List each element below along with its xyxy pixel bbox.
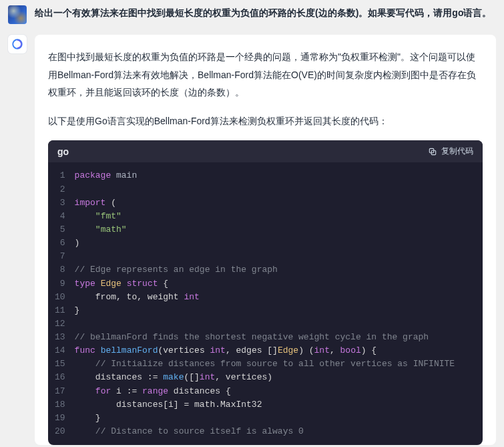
line-number: 18: [55, 398, 65, 412]
copy-code-button[interactable]: 复制代码: [428, 146, 473, 157]
code-line: distances := make([]int, vertices): [75, 371, 455, 384]
line-number: 12: [55, 317, 65, 331]
user-text-suffix: 语言。: [463, 7, 491, 18]
code-line: for i := range distances {: [75, 385, 455, 398]
line-number: 4: [55, 210, 65, 223]
code-language-label: go: [57, 146, 69, 157]
code-block: go 复制代码 1234567891011121314151617181920 …: [48, 140, 483, 445]
code-line: func bellmanFord(vertices int, edges []E…: [75, 344, 455, 357]
line-number: 6: [55, 237, 65, 250]
code-line: // Initialize distances from source to a…: [75, 357, 455, 371]
code-line: // Edge represents an edge in the graph: [75, 263, 455, 277]
assistant-paragraph-2: 以下是使用Go语言实现的Bellman-Ford算法来检测负权重环并返回其长度的…: [48, 112, 483, 130]
line-number: 3: [55, 196, 65, 210]
code-lines: package main import ( "fmt" "math") // E…: [75, 169, 455, 438]
code-body[interactable]: 1234567891011121314151617181920 package …: [48, 162, 483, 445]
user-text-prefix: 给出一个有效算法来在图中找到最短长度的权重为负值的环路的长度(边的条数)。如果要…: [35, 7, 452, 18]
code-line: distances[i] = math.MaxInt32: [75, 398, 455, 412]
line-number: 1: [55, 169, 65, 182]
assistant-paragraph-1: 在图中找到最短长度的权重为负值的环路是一个经典的问题，通常称为"负权重环检测"。…: [48, 48, 483, 102]
code-line: package main: [75, 169, 455, 182]
code-line: from, to, weight int: [75, 291, 455, 304]
user-message: 给出一个有效算法来在图中找到最短长度的权重为负值的环路的长度(边的条数)。如果要…: [35, 5, 491, 21]
line-number: 10: [55, 291, 65, 304]
line-number: 17: [55, 385, 65, 398]
copy-label: 复制代码: [441, 146, 473, 157]
code-line: [75, 317, 455, 331]
line-number: 13: [55, 331, 65, 344]
line-number: 7: [55, 250, 65, 263]
line-number: 20: [55, 425, 65, 438]
line-number: 2: [55, 183, 65, 196]
code-line: "fmt": [75, 210, 455, 223]
code-gutter: 1234567891011121314151617181920: [48, 169, 75, 438]
code-line: [75, 183, 455, 196]
line-number: 5: [55, 223, 65, 237]
copy-icon: [428, 147, 437, 156]
line-number: 11: [55, 304, 65, 317]
line-number: 19: [55, 412, 65, 425]
line-number: 8: [55, 263, 65, 277]
line-number: 14: [55, 344, 65, 357]
code-line: }: [75, 412, 455, 425]
line-number: 9: [55, 277, 65, 291]
user-avatar: [8, 5, 27, 24]
assistant-card: 在图中找到最短长度的权重为负值的环路是一个经典的问题，通常称为"负权重环检测"。…: [35, 35, 496, 445]
assistant-logo-icon: [11, 38, 23, 50]
user-message-row: 给出一个有效算法来在图中找到最短长度的权重为负值的环路的长度(边的条数)。如果要…: [0, 5, 504, 35]
code-header: go 复制代码: [48, 140, 483, 162]
code-line: ): [75, 237, 455, 250]
assistant-avatar: [8, 35, 27, 53]
code-line: type Edge struct {: [75, 277, 455, 291]
code-line: import (: [75, 196, 455, 210]
code-line: }: [75, 304, 455, 317]
user-text-bold: go: [452, 7, 463, 18]
assistant-message-row: 在图中找到最短长度的权重为负值的环路是一个经典的问题，通常称为"负权重环检测"。…: [0, 35, 504, 445]
line-number: 16: [55, 371, 65, 384]
code-line: [75, 250, 455, 263]
code-line: // Distance to source itself is always 0: [75, 425, 455, 438]
code-line: "math": [75, 223, 455, 237]
code-line: // bellmanFord finds the shortest negati…: [75, 331, 455, 344]
line-number: 15: [55, 357, 65, 371]
